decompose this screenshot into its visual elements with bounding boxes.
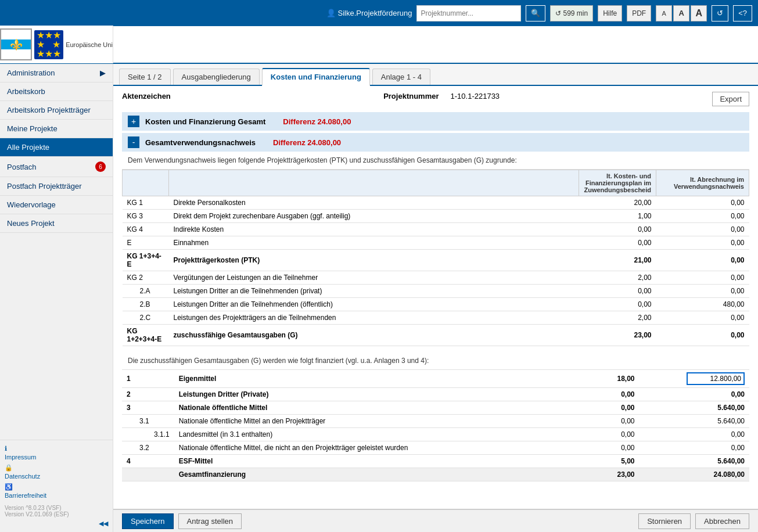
refresh-button[interactable]: ↺ <box>712 5 728 21</box>
cell-plan: 0,00 <box>579 298 656 311</box>
logo-text: Europäische Uni <box>66 41 113 48</box>
tab-anlage[interactable]: Anlage 1 - 4 <box>372 69 430 85</box>
cell-plan: 0,00 <box>564 388 640 401</box>
sidebar-item-arbeitskorb-pt[interactable]: Arbeitskorb Projektträger <box>0 101 113 120</box>
tab-seite1[interactable]: Seite 1 / 2 <box>119 69 171 85</box>
cell-plan: 2,00 <box>579 271 656 285</box>
cell-abrechnung: 0,00 <box>656 196 749 210</box>
tab-bar: Seite 1 / 2 Ausgabengliederung Kosten un… <box>113 64 758 86</box>
cell-abrechnung: 0,00 <box>656 223 749 236</box>
table-row: 1 Eigenmittel 18,00 <box>122 370 749 388</box>
cell-code: KG 2 <box>123 271 169 285</box>
antrag-button[interactable]: Antrag stellen <box>178 513 242 529</box>
username: Silke.Projektförderung <box>338 9 412 17</box>
cell-abrechnung: 0,00 <box>656 285 749 298</box>
table-row: KG 3 Direkt dem Projekt zurechenbare Aus… <box>123 210 749 223</box>
col-plan-header: lt. Kosten- und Finanzierungsplan im Zuw… <box>579 170 656 196</box>
table-row: KG 4 Indirekte Kosten 0,00 0,00 <box>123 223 749 236</box>
cell-label: Nationale öffentliche Mittel, die nicht … <box>174 441 564 455</box>
bavarian-logo: ⚜️ <box>0 28 32 60</box>
sidebar-item-alle-projekte[interactable]: Alle Projekte <box>0 138 113 157</box>
table-row: 2.C Leistungen des Projektträgers an die… <box>123 311 749 325</box>
table-header-row: lt. Kosten- und Finanzierungsplan im Zuw… <box>123 170 749 196</box>
timer-button[interactable]: ↺ 599 min <box>550 5 593 21</box>
postfach-label: Postfach <box>7 163 37 171</box>
eu-logo: ★★★★ ★★★★ <box>34 30 63 59</box>
timer-label: 599 min <box>563 9 588 17</box>
cell-label: Gesamtfinanzierung <box>174 468 564 481</box>
hilfe-button[interactable]: Hilfe <box>598 5 622 21</box>
refresh-icon: ↺ <box>555 9 561 17</box>
font-medium-button[interactable]: A <box>673 5 689 21</box>
cell-label: Leistungen Dritter an die Teilnehmenden … <box>169 285 579 298</box>
top-header: 👤 Silke.Projektförderung 🔍 ↺ 599 min Hil… <box>0 0 758 26</box>
speichern-button[interactable]: Speichern <box>122 513 174 529</box>
cell-label: Vergütungen der Leistungen an die Teilne… <box>169 271 579 285</box>
col-label-header <box>169 170 579 196</box>
cell-plan: 0,00 <box>564 415 640 428</box>
cell-abrechnung: 5.640,00 <box>640 401 749 415</box>
sidebar-item-neues-projekt[interactable]: Neues Projekt <box>0 214 113 233</box>
cell-plan: 0,00 <box>579 236 656 250</box>
sidebar-item-postfach-pt[interactable]: Postfach Projektträger <box>0 177 113 196</box>
cell-plan: 23,00 <box>564 468 640 481</box>
abbrechen-button[interactable]: Abbrechen <box>695 513 749 529</box>
cell-plan: 21,00 <box>579 250 656 271</box>
sidebar-collapse-btn[interactable]: ◀◀ <box>99 520 108 527</box>
col-abrechnung-header: lt. Abrechnung im Verwendungsnachweis <box>656 170 749 196</box>
postfach-badge: 6 <box>95 161 106 172</box>
cell-plan: 23,00 <box>579 325 656 346</box>
stornieren-button[interactable]: Stornieren <box>638 513 691 529</box>
export-button[interactable]: Export <box>712 92 749 106</box>
cell-code: KG 1+3+4-E <box>123 250 169 271</box>
projektnummer-block: Projektnummer 1-10.1-221733 <box>383 92 500 100</box>
cell-abrechnung: 0,00 <box>640 388 749 401</box>
cell-plan: 0,00 <box>564 441 640 455</box>
cell-plan: 1,00 <box>579 210 656 223</box>
pdf-button[interactable]: PDF <box>627 5 651 21</box>
cell-label: Einnahmen <box>169 236 579 250</box>
cell-plan: 20,00 <box>579 196 656 210</box>
toggle-verwendung-btn[interactable]: - <box>128 136 139 148</box>
cell-abrechnung-input[interactable] <box>640 370 749 388</box>
sidebar-item-meine-projekte[interactable]: Meine Projekte <box>0 120 113 138</box>
table-row: 2 Leistungen Dritter (Private) 0,00 0,00 <box>122 388 749 401</box>
font-small-button[interactable]: A <box>656 5 672 21</box>
cell-plan: 0,00 <box>564 428 640 441</box>
search-button[interactable]: 🔍 <box>526 5 545 21</box>
administration-label: Administration <box>7 69 55 77</box>
sidebar-item-arbeitskorb[interactable]: Arbeitskorb <box>0 82 113 101</box>
neues-projekt-label: Neues Projekt <box>7 219 55 228</box>
cell-code: 1 <box>122 370 174 388</box>
table-row: 2.B Leistungen Dritter an die Teilnehmen… <box>123 298 749 311</box>
sidebar-item-postfach[interactable]: Postfach 6 <box>0 157 113 177</box>
cell-abrechnung: 24.080,00 <box>640 468 749 481</box>
search-input[interactable] <box>416 5 521 21</box>
datenschutz-link[interactable]: Datenschutz <box>5 472 108 481</box>
aktenzeichen: Aktenzeichen <box>122 92 171 100</box>
section-kosten-title: Kosten und Finanzierung Gesamt <box>145 117 265 126</box>
sidebar-item-wiedervorlage[interactable]: Wiedervorlage <box>0 196 113 214</box>
table-row: KG 2 Vergütungen der Leistungen an die T… <box>123 271 749 285</box>
postfach-pt-label: Postfach Projektträger <box>7 182 82 190</box>
back-button[interactable]: <? <box>733 5 752 21</box>
cell-plan: 2,00 <box>579 311 656 325</box>
cell-code: 2.B <box>123 298 169 311</box>
sidebar-item-administration[interactable]: Administration ▶ <box>0 64 113 82</box>
info-text: Dem Verwendungsnachweis liegen folgende … <box>122 152 749 170</box>
cell-label: Nationale öffentliche Mittel an den Proj… <box>174 415 564 428</box>
alle-projekte-label: Alle Projekte <box>7 143 49 152</box>
table-row: E Einnahmen 0,00 0,00 <box>123 236 749 250</box>
font-large-button[interactable]: A <box>691 5 707 21</box>
finanzierung-text: Die zuschussfähigen Gesamtausgaben (G) w… <box>122 352 749 370</box>
abrechnung-input[interactable] <box>687 372 745 385</box>
cell-code: 4 <box>122 455 174 468</box>
tab-kosten[interactable]: Kosten und Finanzierung <box>262 68 370 86</box>
cell-abrechnung: 0,00 <box>656 250 749 271</box>
barrierefreiheit-link[interactable]: Barrierefreiheit <box>5 491 108 500</box>
user-icon: 👤 <box>326 9 336 17</box>
main-layout: Administration ▶ Arbeitskorb Arbeitskorb… <box>0 64 758 532</box>
toggle-kosten-btn[interactable]: + <box>128 116 139 127</box>
tab-ausgaben[interactable]: Ausgabengliederung <box>173 69 260 85</box>
impressum-link[interactable]: Impressum <box>5 452 108 462</box>
